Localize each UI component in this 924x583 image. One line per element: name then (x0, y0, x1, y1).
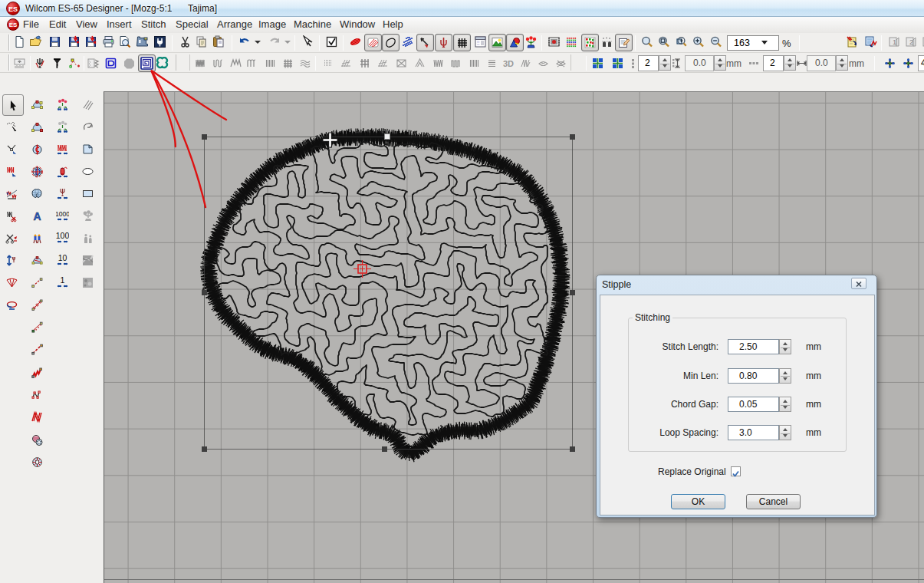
svg-text:1: 1 (893, 38, 896, 46)
svg-text:A: A (34, 210, 41, 222)
svg-text:100: 100 (56, 232, 69, 240)
svg-text:3D: 3D (503, 59, 514, 68)
svg-text:10: 10 (58, 254, 67, 262)
svg-text:1: 1 (61, 276, 65, 285)
svg-text:1000: 1000 (56, 210, 69, 218)
svg-text:2: 2 (909, 38, 913, 46)
